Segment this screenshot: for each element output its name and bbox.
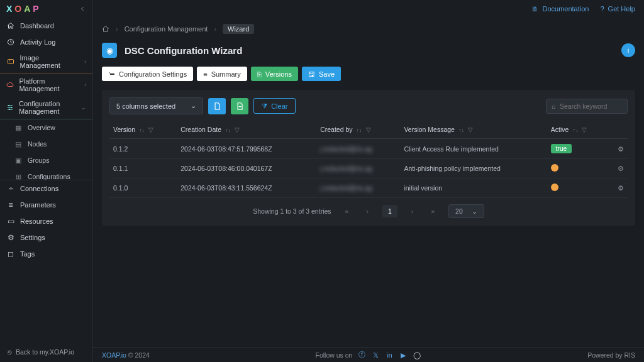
tag-icon: ◻	[6, 250, 15, 258]
gear-icon: ⚙	[618, 145, 624, 153]
prev-page-button[interactable]: ‹	[362, 205, 372, 217]
row-actions-button[interactable]: ⚙	[609, 159, 628, 178]
external-link-icon: ⎋	[8, 348, 12, 356]
filter-icon[interactable]: ▽	[148, 126, 153, 133]
col-version[interactable]: Version↑↓▽	[109, 121, 177, 139]
table-row[interactable]: 0.1.0 2024-06-03T08:43:11.556624Z j.reda…	[109, 178, 628, 198]
sidebar-item-image-management[interactable]: Image Management ›	[0, 50, 92, 74]
github-icon[interactable]: ◯	[413, 351, 421, 359]
back-link[interactable]: ⎋ Back to my.XOAP.io	[0, 342, 92, 362]
facebook-icon[interactable]: ⓕ	[357, 351, 366, 359]
column-selector[interactable]: 5 columns selected ⌄	[109, 97, 203, 114]
cell-date: 2024-06-03T08:46:00.040167Z	[177, 159, 316, 178]
versions-icon: ⎘	[257, 70, 262, 78]
new-file-button[interactable]	[208, 98, 226, 114]
sort-icon: ↑↓	[572, 127, 578, 133]
row-actions-button[interactable]: ⚙	[609, 178, 628, 198]
logo[interactable]: XOAP	[6, 4, 39, 14]
sidebar-sub-configurations[interactable]: ⊞Configurations	[0, 168, 92, 180]
file-export-icon	[235, 102, 244, 111]
next-page-button[interactable]: ›	[408, 205, 418, 217]
last-page-button[interactable]: »	[427, 205, 438, 217]
image-icon	[6, 57, 15, 66]
youtube-icon[interactable]: ▶	[399, 351, 408, 359]
filter-icon[interactable]: ▽	[366, 126, 371, 133]
cell-version: 0.1.1	[109, 159, 177, 178]
footer-powered: Powered by RIS	[587, 351, 635, 359]
svg-point-2	[9, 60, 11, 62]
filter-icon[interactable]: ▽	[468, 126, 473, 133]
save-icon: 🖫	[308, 70, 315, 78]
page-title-icon: ◉	[102, 43, 117, 58]
table-row[interactable]: 0.1.2 2024-06-03T08:47:51.799568Z j.reda…	[109, 139, 628, 159]
cell-date: 2024-06-03T08:43:11.556624Z	[177, 178, 316, 198]
group-icon: ▣	[14, 156, 23, 165]
sidebar-item-settings[interactable]: ⚙Settings	[0, 229, 92, 246]
export-button[interactable]	[231, 98, 248, 114]
server-icon: ▤	[14, 140, 23, 148]
home-icon[interactable]	[102, 25, 109, 33]
sidebar-item-label: Nodes	[28, 140, 47, 148]
sidebar-sub-nodes[interactable]: ▤Nodes	[0, 136, 92, 152]
save-button[interactable]: 🖫Save	[302, 67, 341, 81]
col-active[interactable]: Active↑↓▽	[547, 121, 609, 139]
table-row[interactable]: 0.1.1 2024-06-03T08:46:00.040167Z j.reda…	[109, 159, 628, 178]
twitter-icon[interactable]: 𝕏	[371, 351, 380, 359]
sort-icon: ↑↓	[357, 127, 362, 133]
sidebar-item-dashboard[interactable]: Dashboard	[0, 18, 92, 34]
sliders-icon	[6, 103, 14, 112]
chevron-right-icon: ›	[84, 58, 86, 65]
collapse-sidebar-button[interactable]	[79, 5, 86, 13]
avatar[interactable]: i	[621, 43, 635, 57]
sidebar-item-label: Activity Log	[20, 38, 55, 46]
sidebar-item-label: Configurations	[28, 173, 70, 180]
cell-active: true	[547, 139, 609, 159]
sidebar-item-tags[interactable]: ◻Tags	[0, 246, 92, 262]
cell-active	[547, 178, 609, 198]
page-size-selector[interactable]: 20⌄	[448, 204, 484, 218]
svg-point-4	[11, 107, 12, 108]
sidebar-item-configuration-management[interactable]: Configuration Management ⌄	[0, 96, 92, 119]
breadcrumb-segment[interactable]: Configuration Management	[125, 25, 208, 33]
search-input[interactable]	[560, 102, 622, 110]
configuration-settings-button[interactable]: ≔Configuration Settings	[102, 67, 193, 81]
sidebar-item-label: Connections	[20, 185, 58, 192]
footer-brand-link[interactable]: XOAP.io	[102, 351, 126, 359]
gear-icon: ⚙	[6, 233, 15, 242]
sidebar-sub-groups[interactable]: ▣Groups	[0, 152, 92, 168]
versions-panel: 5 columns selected ⌄ ⧩Clear ⌕ Version↑↓▽…	[102, 90, 635, 226]
help-icon: ?	[600, 5, 604, 13]
col-creation-date[interactable]: Creation Date↑↓▽	[177, 121, 316, 139]
filter-icon[interactable]: ▽	[235, 126, 240, 133]
summary-button[interactable]: ≡Summary	[197, 67, 247, 81]
cell-created-by: j.redacted@ris.ag	[316, 159, 400, 178]
row-actions-button[interactable]: ⚙	[609, 139, 628, 159]
col-created-by[interactable]: Created by↑↓▽	[316, 121, 400, 139]
sidebar-item-label: Dashboard	[20, 22, 54, 30]
get-help-link[interactable]: ?Get Help	[600, 5, 635, 13]
gear-icon: ⚙	[618, 165, 624, 172]
clear-button[interactable]: ⧩Clear	[253, 98, 296, 114]
sidebar-sub-overview[interactable]: ▦Overview	[0, 119, 92, 136]
filter-icon[interactable]: ▽	[582, 126, 587, 133]
sidebar-item-parameters[interactable]: ≡Parameters	[0, 197, 92, 213]
first-page-button[interactable]: «	[341, 205, 353, 217]
linkedin-icon[interactable]: in	[385, 351, 394, 359]
sidebar-item-platform-management[interactable]: Platform Management ›	[0, 74, 92, 96]
search-box[interactable]: ⌕	[546, 99, 628, 114]
current-page[interactable]: 1	[382, 205, 397, 217]
cell-created-by: j.redacted@ris.ag	[316, 178, 400, 198]
sidebar-item-connections[interactable]: 𝄐Connections	[0, 180, 92, 197]
cloud-icon	[6, 80, 14, 89]
sidebar: XOAP Dashboard Activity Log Image Manage…	[0, 0, 93, 362]
sidebar-item-label: Groups	[28, 156, 49, 164]
cell-version: 0.1.2	[109, 139, 177, 159]
versions-button[interactable]: ⎘Versions	[251, 67, 298, 81]
cell-version: 0.1.0	[109, 178, 177, 198]
summary-icon: ≡	[203, 70, 207, 78]
sidebar-item-resources[interactable]: ▭Resources	[0, 213, 92, 229]
sidebar-item-activity-log[interactable]: Activity Log	[0, 34, 92, 50]
documentation-link[interactable]: 🗎Documentation	[531, 5, 589, 13]
cell-created-by: j.redacted@ris.ag	[316, 139, 400, 159]
col-version-message[interactable]: Version Message↑↓▽	[400, 121, 547, 139]
